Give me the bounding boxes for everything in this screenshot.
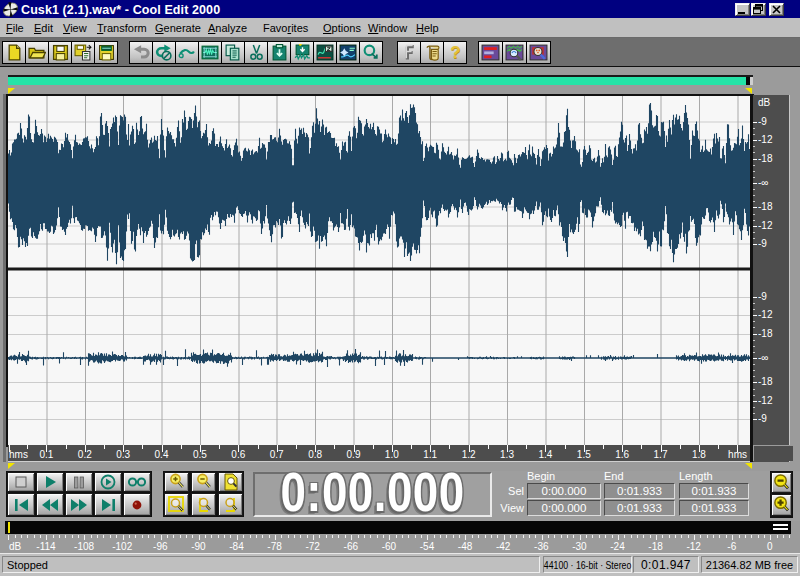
svg-text:?: ? (450, 44, 460, 62)
